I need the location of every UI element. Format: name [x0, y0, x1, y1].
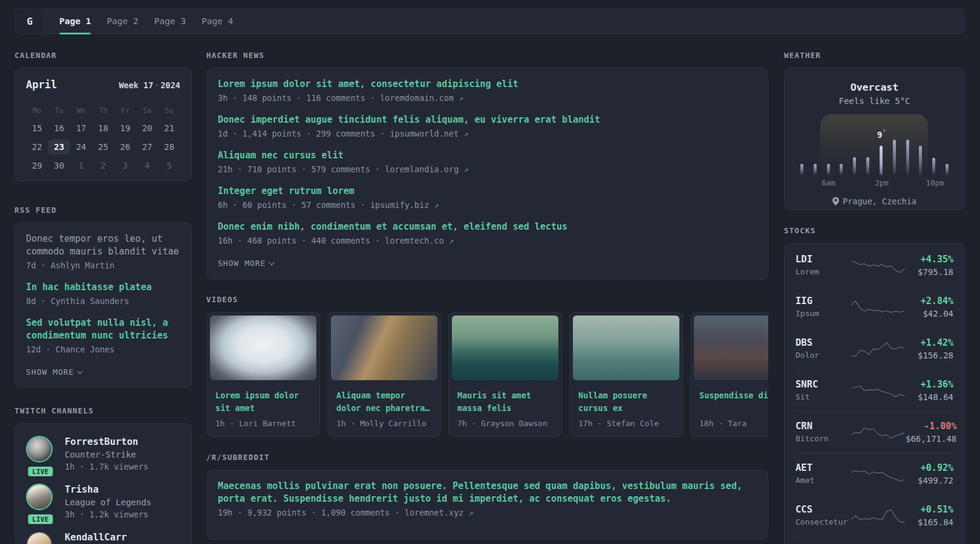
- middle-column: HACKER NEWS Lorem ipsum dolor sit amet, …: [206, 51, 768, 544]
- video-title[interactable]: Mauris sit amet massa felis: [457, 389, 553, 415]
- stock-row[interactable]: AHS +0.46%: [795, 537, 953, 544]
- video-thumbnail[interactable]: [210, 316, 316, 380]
- rss-show-more-button[interactable]: SHOW MORE: [26, 368, 83, 377]
- calendar-day: 5: [158, 158, 180, 173]
- weather-widget-header: WEATHER: [784, 51, 965, 60]
- weather-hourly-chart: 9°: [800, 124, 949, 175]
- tab-page-2[interactable]: Page 2: [99, 8, 146, 34]
- stock-row[interactable]: SNRCSit +1.36%$148.64: [795, 370, 953, 412]
- stock-name: Ipsum: [795, 308, 851, 320]
- calendar-day: 15: [26, 120, 48, 136]
- hn-meta-text[interactable]: 21h · 710 points · 579 comments · loreml…: [218, 164, 459, 174]
- weather-bar: [866, 157, 869, 175]
- rss-item-title[interactable]: Donec tempor eros leo, ut commodo mauris…: [26, 233, 180, 258]
- twitch-widget: LIVE ForrestBurton Counter-Strike 1h · 1…: [15, 423, 192, 544]
- external-link-icon: ↗: [469, 508, 474, 517]
- video-thumbnail[interactable]: [573, 316, 679, 380]
- calendar-day: 19: [114, 120, 136, 136]
- reddit-meta-text[interactable]: 19h · 9,932 points · 1,090 comments · lo…: [218, 508, 463, 517]
- calendar-week-year: Week 17·2024: [119, 80, 180, 90]
- stock-row[interactable]: DBSDolor +1.42%$156.28: [795, 328, 953, 370]
- calendar-widget: April Week 17·2024 MoTuWeThFrSaSu1516171…: [15, 68, 192, 181]
- channel-name[interactable]: ForrestBurton: [65, 436, 148, 448]
- chevron-down-icon: [77, 368, 83, 374]
- weather-bar: [946, 164, 949, 175]
- stock-row[interactable]: IIGIpsum +2.84%$42.04: [795, 287, 953, 328]
- stock-change: +4.35%: [906, 253, 953, 266]
- channel-name[interactable]: KendallCarr: [65, 531, 127, 544]
- hn-meta-text[interactable]: 3h · 148 points · 116 comments · loremdo…: [218, 93, 454, 103]
- video-meta: 17h · Stefan Cole: [578, 419, 674, 428]
- video-meta: 7h · Grayson Dawson: [457, 419, 553, 428]
- stock-row[interactable]: AETAmet +0.92%$499.72: [795, 453, 953, 495]
- calendar-month: April: [26, 79, 57, 91]
- weather-hourly-bars: [800, 124, 949, 175]
- rss-item-title[interactable]: In hac habitasse platea: [26, 281, 180, 294]
- channel-name[interactable]: Trisha: [65, 484, 151, 496]
- show-more-label: SHOW MORE: [26, 368, 74, 377]
- rss-item-title[interactable]: Sed volutpat nulla nisl, a condimentum n…: [26, 317, 180, 342]
- hn-meta-text[interactable]: 16h · 468 points · 440 comments · loremt…: [218, 236, 444, 245]
- tab-page-1[interactable]: Page 1: [51, 8, 99, 34]
- tab-page-4[interactable]: Page 4: [194, 8, 241, 34]
- video-card[interactable]: Suspendisse diam 18h · Tara: [690, 312, 768, 437]
- video-card[interactable]: Nullam posuere cursus ex 17h · Stefan Co…: [569, 312, 683, 437]
- hn-item-title[interactable]: Lorem ipsum dolor sit amet, consectetur …: [218, 78, 757, 91]
- stock-row[interactable]: CCSConsectetur +0.51%$165.84: [795, 495, 953, 537]
- right-column: WEATHER Overcast Feels like 5°C 9° 6am2p…: [784, 51, 965, 544]
- weather-bar: [840, 164, 843, 175]
- weather-bar: [880, 146, 883, 175]
- video-card[interactable]: Aliquam tempor dolor nec pharetra… 1h · …: [327, 312, 441, 437]
- subreddit-widget-header: /R/SUBREDDIT: [206, 453, 768, 462]
- video-thumbnail[interactable]: [331, 316, 437, 380]
- calendar-weekday: Fr: [114, 104, 136, 117]
- stock-row[interactable]: CRNBitcorn -1.00%$66,171.48: [795, 412, 953, 453]
- twitch-channel-row[interactable]: LIVE Trisha League of Legends 3h · 1.2k …: [26, 484, 180, 520]
- reddit-post: Maecenas mollis pulvinar erat non posuer…: [218, 480, 757, 519]
- video-title[interactable]: Suspendisse diam: [699, 389, 768, 415]
- reddit-post-title[interactable]: Maecenas mollis pulvinar erat non posuer…: [218, 480, 757, 505]
- weather-bar: [827, 164, 830, 175]
- calendar-day: 21: [158, 120, 180, 136]
- hn-item-title[interactable]: Donec enim nibh, condimentum et accumsan…: [218, 221, 757, 233]
- videos-widget-header: VIDEOS: [206, 295, 768, 304]
- channel-meta: 3h · 1.2k viewers: [65, 508, 151, 520]
- calendar-day: 25: [92, 139, 114, 155]
- stock-sparkline: [851, 299, 906, 317]
- calendar-day: 18: [92, 120, 114, 136]
- stock-row[interactable]: LDILorem +4.35%$795.18: [795, 245, 953, 287]
- calendar-weekday: Tu: [48, 104, 70, 117]
- video-title[interactable]: Nullam posuere cursus ex: [578, 389, 674, 415]
- hn-item-title[interactable]: Donec imperdiet augue tincidunt felis al…: [218, 114, 757, 126]
- left-column: CALENDAR April Week 17·2024 MoTuWeThFrSa…: [15, 51, 192, 544]
- reddit-post-meta: 19h · 9,932 points · 1,090 comments · lo…: [218, 507, 757, 519]
- hn-item-title[interactable]: Integer eget rutrum lorem: [218, 185, 757, 198]
- stock-name: Bitcorn: [795, 433, 851, 445]
- twitch-channel-row[interactable]: LIVE ForrestBurton Counter-Strike 1h · 1…: [26, 436, 180, 473]
- app-logo[interactable]: G: [15, 8, 45, 34]
- rss-item: Donec tempor eros leo, ut commodo mauris…: [26, 233, 180, 271]
- hn-item-title[interactable]: Aliquam nec cursus elit: [218, 149, 757, 162]
- stock-name: Dolor: [795, 349, 851, 361]
- rss-item-meta: 7d · Ashlyn Martin: [26, 259, 180, 271]
- stock-change: +1.36%: [906, 378, 953, 391]
- hn-show-more-button[interactable]: SHOW MORE: [218, 259, 275, 268]
- video-thumbnail[interactable]: [694, 316, 768, 380]
- stock-sparkline: [851, 340, 906, 358]
- video-card[interactable]: Lorem ipsum dolor sit amet consectetu… 1…: [206, 312, 320, 437]
- hn-meta-text[interactable]: 6h · 60 points · 57 comments · ipsumify.…: [218, 200, 430, 210]
- stock-price: $156.28: [906, 349, 953, 361]
- tab-page-3[interactable]: Page 3: [146, 8, 194, 34]
- twitch-channel-row[interactable]: KendallCarr: [26, 531, 180, 544]
- channel-meta: 1h · 1.7k viewers: [65, 461, 148, 473]
- external-link-icon: ↗: [459, 93, 463, 103]
- video-title[interactable]: Aliquam tempor dolor nec pharetra…: [336, 389, 432, 415]
- stock-ticker: CRN: [795, 420, 851, 433]
- stock-change: +0.51%: [906, 504, 953, 516]
- video-card[interactable]: Mauris sit amet massa felis 7h · Grayson…: [448, 312, 562, 437]
- stock-name: Sit: [795, 391, 851, 403]
- stock-sparkline: [851, 382, 906, 400]
- video-thumbnail[interactable]: [452, 316, 558, 380]
- video-title[interactable]: Lorem ipsum dolor sit amet consectetu…: [215, 389, 311, 415]
- hn-meta-text[interactable]: 1d · 1,414 points · 299 comments · ipsum…: [218, 129, 459, 138]
